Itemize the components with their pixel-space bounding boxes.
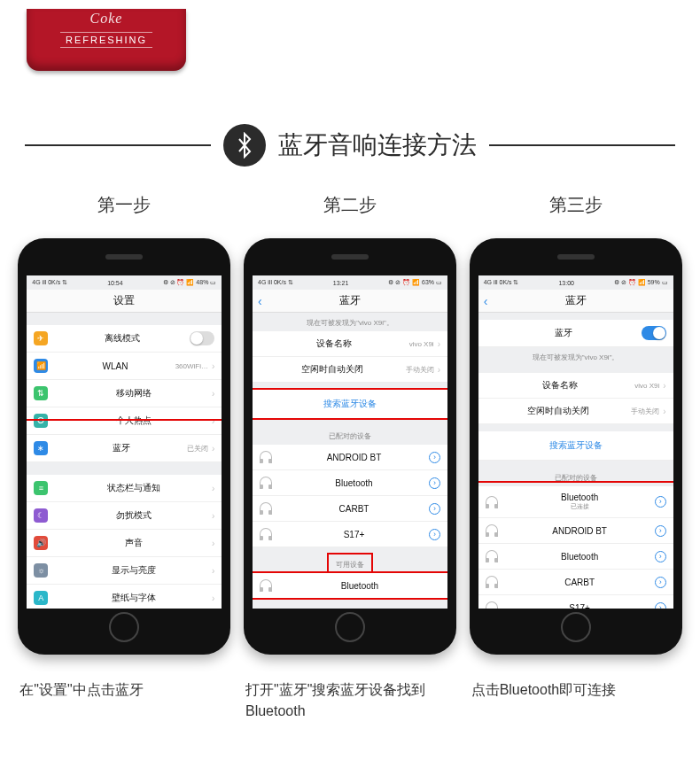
paired-device[interactable]: CARBT› <box>253 496 447 522</box>
row-wlan[interactable]: 📶 WLAN 360WiFi… › <box>27 353 222 380</box>
row-bluetooth[interactable]: ∗ 蓝牙 已关闭 › <box>27 435 222 462</box>
navbar-title: 设置 <box>113 293 135 308</box>
status-notif-label: 状态栏与通知 <box>55 482 212 494</box>
wallpaper-icon: A <box>34 591 48 605</box>
back-button[interactable]: ‹ <box>484 294 488 308</box>
step-3: 第三步 4G ill 0K/s ⇅ 13:00 ⚙ ⊘ ⏰ 📶 59% ▭ ‹ … <box>468 193 684 722</box>
chevron-icon: › <box>212 416 214 426</box>
airplane-toggle[interactable] <box>190 331 214 345</box>
headphone-icon <box>260 502 272 515</box>
chevron-icon: › <box>212 389 214 399</box>
dnd-label: 勿扰模式 <box>55 509 212 522</box>
chevron-icon: › <box>212 539 214 548</box>
info-icon[interactable]: › <box>655 577 666 588</box>
info-icon[interactable]: › <box>429 529 440 540</box>
auto-off-label: 空闲时自动关闭 <box>260 363 406 376</box>
bt-label: 蓝牙 <box>486 327 642 339</box>
status-right: ⚙ ⊘ ⏰ 📶 63% ▭ <box>388 279 442 286</box>
info-icon[interactable]: › <box>429 503 440 515</box>
row-wallpaper[interactable]: A 壁纸与字体 › <box>27 585 222 609</box>
headphone-icon <box>486 496 498 508</box>
row-device-name[interactable]: 设备名称 vivo X9i › <box>478 373 673 399</box>
search-devices-link[interactable]: 搜索蓝牙设备 <box>253 390 447 419</box>
search-devices-link[interactable]: 搜索蓝牙设备 <box>478 431 673 461</box>
mobile-label: 移动网络 <box>55 387 212 399</box>
back-button[interactable]: ‹ <box>258 294 262 308</box>
avail-device[interactable]: Bluetooth <box>253 573 447 599</box>
connected-device[interactable]: Bluetooth 已连接 › <box>478 486 673 518</box>
step-1: 第一步 4G ill 0K/s ⇅ 10:54 ⚙ ⊘ ⏰ 📶 48% ▭ 设置… <box>16 193 232 722</box>
search-link-text: 搜索蓝牙设备 <box>323 399 377 408</box>
paired-device[interactable]: Bluetooth› <box>253 470 447 496</box>
step-1-label: 第一步 <box>16 193 232 217</box>
bluetooth-row-icon: ∗ <box>34 441 48 455</box>
status-right: ⚙ ⊘ ⏰ 📶 59% ▭ <box>614 279 668 286</box>
auto-off-value: 手动关闭 <box>631 407 659 416</box>
step-2-label: 第二步 <box>242 193 458 217</box>
headphone-icon <box>260 579 272 592</box>
paired-device[interactable]: S17+› <box>478 595 673 609</box>
hotspot-icon: ⵙ <box>34 414 48 428</box>
paired-device[interactable]: ANDROID BT› <box>253 445 447 470</box>
step-3-label: 第三步 <box>468 193 684 217</box>
device-label: Bluetooth <box>505 552 655 562</box>
chevron-icon: › <box>212 444 214 454</box>
status-time: 10:54 <box>107 280 123 286</box>
status-bar: 4G ill 0K/s ⇅ 13:00 ⚙ ⊘ ⏰ 📶 59% ▭ <box>478 275 673 290</box>
device-label: ANDROID BT <box>505 526 655 536</box>
row-dnd[interactable]: ☾ 勿扰模式 › <box>27 502 222 530</box>
row-hotspot[interactable]: ⵙ 个人热点 › <box>27 407 222 435</box>
info-icon[interactable]: › <box>655 602 666 609</box>
caption-1: 在"设置"中点击蓝牙 <box>16 679 232 701</box>
display-label: 显示与亮度 <box>55 564 212 577</box>
auto-off-label: 空闲时自动关闭 <box>486 405 632 417</box>
mobile-icon: ⇅ <box>34 386 48 400</box>
section-title: 蓝牙音响连接方法 <box>0 124 700 167</box>
status-time: 13:00 <box>558 280 574 286</box>
chevron-icon: › <box>438 365 440 375</box>
status-notif-icon: ≡ <box>34 481 48 495</box>
paired-device[interactable]: CARBT› <box>478 570 673 595</box>
row-auto-off[interactable]: 空闲时自动关闭 手动关闭 › <box>253 357 447 383</box>
steps-container: 第一步 4G ill 0K/s ⇅ 10:54 ⚙ ⊘ ⏰ 📶 48% ▭ 设置… <box>0 193 700 722</box>
paired-device[interactable]: Bluetooth› <box>478 544 673 570</box>
headphone-icon <box>486 576 498 588</box>
row-bluetooth-toggle[interactable]: 蓝牙 <box>478 320 673 347</box>
info-icon[interactable]: › <box>429 477 440 489</box>
airplane-label: 离线模式 <box>55 332 190 345</box>
status-left: 4G ill 0K/s ⇅ <box>32 279 67 286</box>
status-bar: 4G ill 0K/s ⇅ 10:54 ⚙ ⊘ ⏰ 📶 48% ▭ <box>27 275 222 290</box>
phone-3-frame: 4G ill 0K/s ⇅ 13:00 ⚙ ⊘ ⏰ 📶 59% ▭ ‹ 蓝牙 蓝… <box>470 238 682 655</box>
row-status-notif[interactable]: ≡ 状态栏与通知 › <box>27 475 222 502</box>
info-icon[interactable]: › <box>429 452 440 463</box>
row-display[interactable]: ☼ 显示与亮度 › <box>27 557 222 585</box>
navbar: ‹ 蓝牙 <box>253 290 447 313</box>
paired-device[interactable]: ANDROID BT› <box>478 518 673 544</box>
status-bar: 4G ill 0K/s ⇅ 13:21 ⚙ ⊘ ⏰ 📶 63% ▭ <box>253 275 447 290</box>
row-auto-off[interactable]: 空闲时自动关闭 手动关闭 › <box>478 399 673 424</box>
hotspot-label: 个人热点 <box>55 415 212 427</box>
row-airplane[interactable]: ✈ 离线模式 <box>27 325 222 353</box>
chevron-icon: › <box>212 484 214 493</box>
wifi-icon: 📶 <box>34 359 48 373</box>
paired-device[interactable]: S17+› <box>253 522 447 547</box>
info-icon[interactable]: › <box>655 525 666 537</box>
device-label: S17+ <box>279 530 429 539</box>
product-refresh: REFRESHING <box>60 32 152 48</box>
device-label: Bluetooth <box>279 581 440 591</box>
headphone-icon <box>486 601 498 609</box>
row-device-name[interactable]: 设备名称 vivo X9i › <box>253 331 447 357</box>
bt-toggle[interactable] <box>642 326 666 340</box>
device-label: Bluetooth <box>279 478 429 488</box>
sound-label: 声音 <box>55 537 212 549</box>
row-mobile[interactable]: ⇅ 移动网络 › <box>27 380 222 407</box>
phone-1-frame: 4G ill 0K/s ⇅ 10:54 ⚙ ⊘ ⏰ 📶 48% ▭ 设置 ✈ 离… <box>18 238 230 655</box>
headphone-icon <box>260 451 272 463</box>
product-brand: Coke <box>27 9 186 27</box>
avail-header: 可用设备 <box>329 554 371 573</box>
rule-left <box>25 144 211 146</box>
info-icon[interactable]: › <box>655 551 666 562</box>
section-title-text: 蓝牙音响连接方法 <box>278 128 477 162</box>
info-icon[interactable]: › <box>655 496 666 508</box>
row-sound[interactable]: 🔊 声音 › <box>27 530 222 557</box>
